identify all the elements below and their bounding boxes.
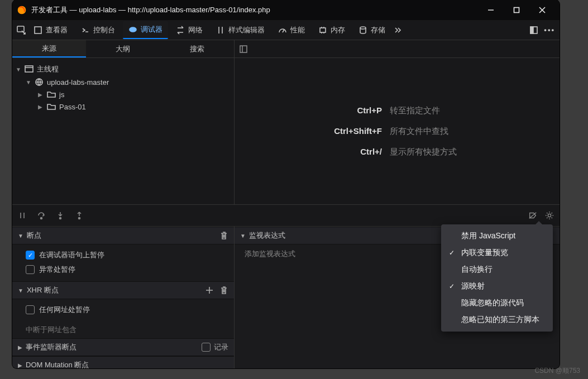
svg-rect-12 [25,66,33,72]
globe-icon [35,78,44,87]
srctab-sources[interactable]: 来源 [12,40,86,57]
folder-icon [47,90,56,99]
window-icon [25,65,34,74]
style-icon [216,26,225,35]
trash-icon[interactable] [219,286,228,295]
settings-gear-icon[interactable] [545,211,554,220]
menu-inline-preview[interactable]: ✓内联变量预览 [441,244,553,261]
srctab-search[interactable]: 搜索 [160,40,234,57]
tab-network[interactable]: 网络 [170,22,208,39]
editor-header [235,40,560,58]
step-over-icon[interactable] [37,211,46,220]
menu-word-wrap[interactable]: 自动换行 [441,261,553,278]
step-in-icon[interactable] [56,211,65,220]
svg-point-20 [60,218,61,219]
svg-point-7 [130,27,136,32]
menu-source-maps[interactable]: ✓源映射 [441,278,553,295]
tree-folder-pass01[interactable]: ▶Pass-01 [16,100,231,113]
main-row: 来源 大纲 搜索 ▼主线程 ▼upload-labs-master ▶js ▶P… [12,40,560,204]
close-button[interactable] [529,0,555,20]
xhr-any-url[interactable]: 任何网址处暂停 [26,303,228,317]
console-icon [81,26,90,35]
svg-point-23 [548,214,551,217]
shortcut-desc: 所有文件中查找 [390,126,490,137]
tree-host[interactable]: ▼upload-labs-master [16,76,231,88]
tab-style-editor[interactable]: 样式编辑器 [211,22,270,39]
bp-pause-exception[interactable]: 异常处暂停 [26,262,228,277]
shortcut-desc: 转至指定文件 [390,105,490,116]
network-icon [176,26,185,35]
window-controls [478,0,555,20]
settings-popup: 禁用 JavaScript ✓内联变量预览 自动换行 ✓源映射 隐藏忽略的源代码… [441,224,553,332]
project-name: upload-labs [79,6,116,14]
tab-storage[interactable]: 存储 [353,22,391,39]
source-tabs: 来源 大纲 搜索 [12,40,234,58]
plus-icon[interactable] [205,286,214,295]
overflow-icon[interactable] [393,26,402,35]
shortcut-key: Ctrl+Shift+F [304,126,382,137]
tab-inspector[interactable]: 查看器 [28,22,73,39]
menu-disable-js[interactable]: 禁用 JavaScript [441,228,553,244]
app-name: 开发者工具 [31,6,68,14]
xhr-header[interactable]: ▼XHR 断点 [12,281,234,299]
breakpoints-header[interactable]: ▼断点 [12,227,234,244]
tab-console[interactable]: 控制台 [75,22,121,39]
checkbox-icon[interactable] [26,305,35,314]
pick-element-icon[interactable] [17,26,26,35]
debug-controls [12,204,560,227]
shortcut-key: Ctrl+/ [304,147,382,157]
inspector-icon [34,26,42,35]
svg-rect-6 [35,27,41,33]
devtools-toolbar: 查看器 控制台 调试器 网络 样式编辑器 性能 内存 存储 ••• [12,20,560,40]
svg-point-9 [360,27,366,29]
folder-icon [47,102,56,111]
checkbox-icon[interactable] [202,343,211,352]
dock-icon[interactable] [529,26,538,35]
dom-mutation-header[interactable]: ▶DOM Mutation 断点 [12,356,234,368]
devtools-window: 开发者工具 — upload-labs — http://upload-labs… [12,0,560,368]
tree-folder-js[interactable]: ▶js [16,88,231,100]
xhr-url-input[interactable]: 中断于网址包含 [12,322,234,338]
memory-icon [318,26,327,35]
performance-icon [278,26,287,35]
trash-icon[interactable] [219,231,228,240]
lower-panes: ▼断点 ✓在调试器语句上暂停 异常处暂停 ▼XHR 断点 任何网址处暂停 中断于… [12,227,560,368]
menu-hide-ignored[interactable]: 隐藏忽略的源代码 [441,295,553,311]
tree-main-thread[interactable]: ▼主线程 [16,63,231,76]
deactivate-breakpoints-icon[interactable] [528,211,537,220]
step-out-icon[interactable] [75,211,84,220]
breakpoints-pane: ▼断点 ✓在调试器语句上暂停 异常处暂停 ▼XHR 断点 任何网址处暂停 中断于… [12,227,235,368]
sources-panel: 来源 大纲 搜索 ▼主线程 ▼upload-labs-master ▶js ▶P… [12,40,235,204]
page-url: http://upload-labs-master/Pass-01/index.… [128,6,270,14]
tab-memory[interactable]: 内存 [313,22,351,39]
source-tree: ▼主线程 ▼upload-labs-master ▶js ▶Pass-01 [12,58,234,117]
titlebar-text: 开发者工具 — upload-labs — http://upload-labs… [31,5,478,15]
editor-panel: Ctrl+P转至指定文件 Ctrl+Shift+F所有文件中查找 Ctrl+/显… [235,40,560,204]
menu-ignore-thirdparty[interactable]: 忽略已知的第三方脚本 [441,311,553,328]
storage-icon [358,26,367,35]
minimize-button[interactable] [478,0,504,20]
bp-pause-debugger[interactable]: ✓在调试器语句上暂停 [26,248,228,262]
svg-rect-15 [240,46,247,52]
debugger-icon [128,25,137,34]
toggle-sidebar-icon[interactable] [239,45,248,54]
checkbox-icon[interactable]: ✓ [26,251,35,260]
svg-point-19 [41,218,42,219]
srctab-outline[interactable]: 大纲 [86,40,160,57]
firefox-logo-icon [17,5,27,15]
tab-performance[interactable]: 性能 [273,22,310,39]
svg-rect-5 [17,26,24,32]
svg-point-21 [79,218,80,219]
more-icon[interactable]: ••• [544,26,555,34]
tab-debugger[interactable]: 调试器 [123,21,168,39]
pause-icon[interactable] [18,211,27,220]
svg-rect-2 [514,8,519,13]
checkbox-icon[interactable] [26,265,35,274]
maximize-button[interactable] [504,0,529,20]
shortcut-hints: Ctrl+P转至指定文件 Ctrl+Shift+F所有文件中查找 Ctrl+/显… [235,58,560,204]
event-listeners-header[interactable]: ▶事件监听器断点记录 [12,338,234,356]
shortcut-desc: 显示所有快捷方式 [390,147,490,157]
svg-rect-8 [320,28,326,32]
svg-rect-11 [530,27,533,33]
shortcut-key: Ctrl+P [304,105,382,116]
